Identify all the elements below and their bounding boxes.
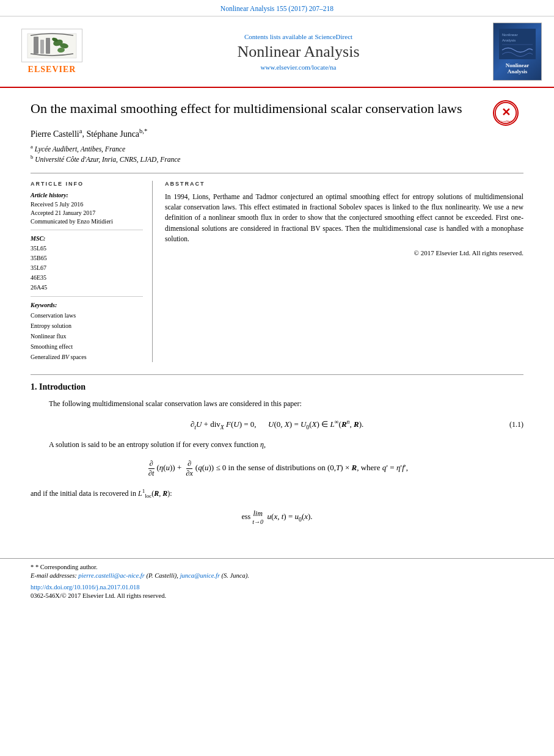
svg-text:Nonlinear: Nonlinear xyxy=(502,33,518,37)
affiliations: a Lycée Audibert, Antibes, France b Univ… xyxy=(31,144,523,163)
communicated-by: Communicated by Enzo Mitidieri xyxy=(31,217,143,226)
msc-code-3: 35L67 xyxy=(31,263,143,273)
section-divider-intro xyxy=(31,374,523,375)
email-2-link[interactable]: junca@unice.fr xyxy=(180,572,220,579)
eq-number-1-1: (1.1) xyxy=(509,420,523,429)
svg-text:CrossMark: CrossMark xyxy=(500,120,512,123)
email-1-author: (P. Castelli), xyxy=(146,572,178,579)
article-info-panel: ARTICLE INFO Article history: Received 5… xyxy=(31,181,153,362)
intro-paragraph-1: The following multidimensional scalar co… xyxy=(31,398,523,410)
affil-b-text: Université Côte d'Azur, Inria, CNRS, LJA… xyxy=(35,156,180,163)
corresponding-author-note: * * Corresponding author. xyxy=(31,564,523,570)
affil-sup-b: b,* xyxy=(139,128,147,134)
svg-text:Analysis: Analysis xyxy=(502,38,516,42)
doi-link[interactable]: http://dx.doi.org/10.1016/j.na.2017.01.0… xyxy=(31,584,523,591)
elsevier-brand-text: ELSEVIER xyxy=(28,65,76,75)
msc-code-2: 35B65 xyxy=(31,253,143,263)
received-date: Received 5 July 2016 xyxy=(31,200,143,209)
email-2-author: (S. Junca). xyxy=(222,572,249,579)
affiliation-a: a Lycée Audibert, Antibes, France xyxy=(31,144,523,153)
info-divider-2 xyxy=(31,296,143,297)
eq-1-1-content: ∂tU + divX F(U) = 0, U(0, X) = U0(X) ∈ L… xyxy=(191,418,363,431)
keyword-3: Nonlinear flux xyxy=(31,331,143,341)
affil-letter-b: b xyxy=(31,154,33,160)
journal-cover-image: Nonlinear Analysis NonlinearAnalysis xyxy=(493,23,542,81)
article-info-abstract-columns: ARTICLE INFO Article history: Received 5… xyxy=(31,181,523,362)
msc-codes-list: 35L65 35B65 35L67 46E35 26A45 xyxy=(31,244,143,293)
email-label: E-mail addresses: xyxy=(31,572,77,579)
journal-reference-text: Nonlinear Analysis 155 (2017) 207–218 xyxy=(221,5,333,12)
equation-1-1: ∂tU + divX F(U) = 0, U(0, X) = U0(X) ∈ L… xyxy=(31,418,523,431)
affiliation-b: b Université Côte d'Azur, Inria, CNRS, L… xyxy=(31,154,523,163)
keywords-title: Keywords: xyxy=(31,302,143,308)
esslim-content: ess lim t→0 u(x, t) = u0(x). xyxy=(241,509,312,525)
page-footer: * * Corresponding author. E-mail address… xyxy=(0,558,554,599)
msc-code-5: 26A45 xyxy=(31,283,143,293)
journal-url[interactable]: www.elsevier.com/locate/na xyxy=(104,64,493,71)
copyright-line: © 2017 Elsevier Ltd. All rights reserved… xyxy=(165,249,523,256)
article-info-title: ARTICLE INFO xyxy=(31,181,143,187)
contents-text: Contents lists available at xyxy=(244,33,313,40)
article-title-row: On the maximal smoothing effect for mult… xyxy=(31,100,523,118)
journal-name-heading: Nonlinear Analysis xyxy=(104,43,493,61)
affil-letter-a: a xyxy=(31,144,33,150)
elsevier-logo-graphic xyxy=(21,29,82,62)
svg-text:✕: ✕ xyxy=(501,106,511,118)
email-1-link[interactable]: pierre.castelli@ac-nice.fr xyxy=(78,572,144,579)
keyword-2: Entropy solution xyxy=(31,321,143,331)
journal-center-info: Contents lists available at ScienceDirec… xyxy=(104,33,493,71)
journal-header: ELSEVIER Contents lists available at Sci… xyxy=(0,16,554,88)
affil-a-text: Lycée Audibert, Antibes, France xyxy=(35,145,125,153)
keywords-list: Conservation laws Entropy solution Nonli… xyxy=(31,310,143,362)
accepted-date: Accepted 21 January 2017 xyxy=(31,209,143,217)
abstract-panel: ABSTRACT In 1994, Lions, Perthame and Ta… xyxy=(165,181,523,362)
cover-title-text: NonlinearAnalysis xyxy=(506,62,530,75)
intro-heading: 1. Introduction xyxy=(31,382,523,392)
info-divider-1 xyxy=(31,230,143,230)
introduction-section: 1. Introduction The following multidimen… xyxy=(31,382,523,525)
article-history-title: Article history: xyxy=(31,192,143,198)
svg-rect-1 xyxy=(34,37,38,54)
journal-reference-bar: Nonlinear Analysis 155 (2017) 207–218 xyxy=(0,0,554,16)
footer-copyright-text: 0362-546X/© 2017 Elsevier Ltd. All right… xyxy=(31,592,523,599)
article-title: On the maximal smoothing effect for mult… xyxy=(31,100,523,118)
authors-line: Pierre Castellia, Stéphane Juncab,* xyxy=(31,128,523,139)
keyword-4: Smoothing effect xyxy=(31,341,143,352)
msc-title: MSC: xyxy=(31,235,143,242)
svg-rect-3 xyxy=(46,38,50,54)
header-divider xyxy=(31,173,523,173)
esslim-equation: ess lim t→0 u(x, t) = u0(x). xyxy=(31,509,523,525)
contents-available-line: Contents lists available at ScienceDirec… xyxy=(104,33,493,40)
entropy-condition-eq: ∂ ∂t (η(u)) + ∂ ∂x (q(u)) ≤ 0 in the sen… xyxy=(31,459,523,478)
email-addresses-line: E-mail addresses: pierre.castelli@ac-nic… xyxy=(31,572,523,579)
main-content: On the maximal smoothing effect for mult… xyxy=(0,88,554,546)
crossmark-circle: ✕ CrossMark xyxy=(493,100,519,126)
abstract-text: In 1994, Lions, Perthame and Tadmor conj… xyxy=(165,192,523,244)
msc-code-1: 35L65 xyxy=(31,244,143,253)
intro-paragraph-3: and if the initial data is recovered in … xyxy=(31,487,523,501)
keyword-5: Generalized BV spaces xyxy=(31,352,143,362)
elsevier-logo: ELSEVIER xyxy=(12,29,92,75)
svg-rect-2 xyxy=(40,40,44,54)
abstract-heading: ABSTRACT xyxy=(165,181,523,187)
crossmark-badge: ✕ CrossMark xyxy=(493,100,523,131)
corresponding-author-text: * Corresponding author. xyxy=(35,564,98,570)
affil-sup-a: a xyxy=(79,128,82,134)
keyword-1: Conservation laws xyxy=(31,310,143,321)
intro-paragraph-2: A solution is said to be an entropy solu… xyxy=(31,439,523,451)
entropy-condition-content: ∂ ∂t (η(u)) + ∂ ∂x (q(u)) ≤ 0 in the sen… xyxy=(146,459,408,478)
msc-code-4: 46E35 xyxy=(31,273,143,283)
sciencedirect-link[interactable]: ScienceDirect xyxy=(315,33,352,40)
